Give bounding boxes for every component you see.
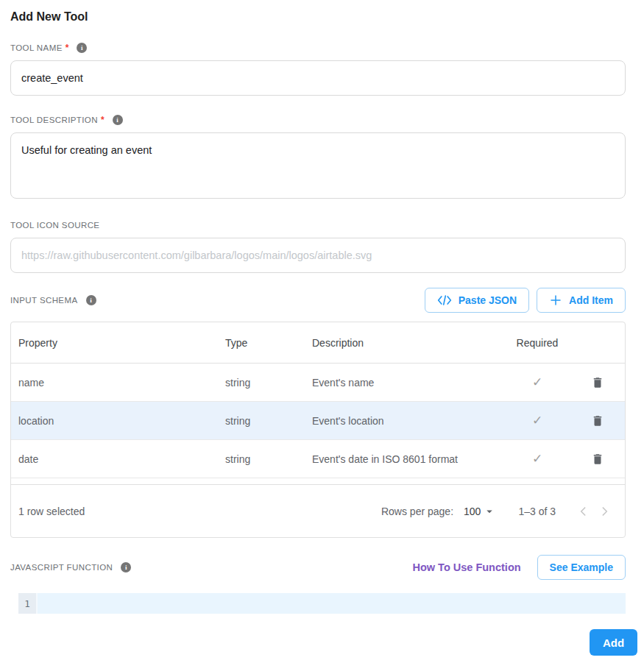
- editor-active-line[interactable]: [38, 593, 626, 614]
- add-item-button[interactable]: Add Item: [537, 288, 626, 313]
- how-to-use-function-link[interactable]: How To Use Function: [412, 561, 520, 573]
- info-icon[interactable]: i: [77, 43, 87, 53]
- info-icon[interactable]: i: [113, 115, 123, 125]
- table-scrollbar-track: [11, 478, 625, 485]
- cell-description: Event's date in ISO 8601 format: [312, 453, 504, 465]
- previous-page-button[interactable]: [573, 501, 594, 522]
- tool-name-label: TOOL NAME: [10, 43, 63, 52]
- input-schema-table: Property Type Description Required name …: [10, 322, 626, 538]
- tool-icon-source-input[interactable]: [10, 238, 626, 273]
- rows-per-page-select[interactable]: 100: [464, 505, 496, 518]
- paste-json-label: Paste JSON: [459, 294, 517, 306]
- required-asterisk: *: [101, 115, 105, 125]
- add-item-label: Add Item: [569, 294, 613, 306]
- delete-row-button[interactable]: [588, 373, 607, 392]
- add-new-tool-form: Add New Tool TOOL NAME * i TOOL DESCRIPT…: [0, 0, 644, 656]
- column-header-description: Description: [312, 337, 504, 349]
- table-row[interactable]: name string Event's name ✓: [11, 364, 625, 402]
- tool-description-label-row: TOOL DESCRIPTION * i: [10, 114, 626, 126]
- check-icon: ✓: [532, 375, 542, 390]
- table-row[interactable]: date string Event's date in ISO 8601 for…: [11, 440, 625, 478]
- caret-down-icon: [483, 505, 496, 518]
- info-icon[interactable]: i: [86, 295, 96, 305]
- cell-property: location: [11, 415, 225, 427]
- table-row[interactable]: location string Event's location ✓: [11, 402, 625, 440]
- trash-icon: [591, 414, 604, 428]
- page-title: Add New Tool: [10, 10, 626, 24]
- cell-type: string: [225, 415, 312, 427]
- cell-property: date: [11, 453, 225, 465]
- column-header-type: Type: [225, 337, 312, 349]
- plus-icon: [549, 294, 562, 307]
- rows-per-page-value: 100: [464, 506, 481, 517]
- check-icon: ✓: [532, 451, 542, 467]
- rows-selected-text: 1 row selected: [18, 506, 85, 517]
- column-header-required: Required: [517, 337, 559, 349]
- cell-type: string: [225, 377, 312, 389]
- javascript-function-editor[interactable]: 1: [18, 593, 626, 614]
- javascript-function-header: JAVASCRIPT FUNCTION i How To Use Functio…: [10, 555, 626, 580]
- javascript-function-label: JAVASCRIPT FUNCTION: [10, 563, 113, 572]
- next-page-button[interactable]: [594, 501, 615, 522]
- editor-line-number: 1: [18, 593, 38, 614]
- table-footer: 1 row selected Rows per page: 100 1–3 of…: [11, 485, 625, 537]
- trash-icon: [591, 453, 604, 466]
- delete-row-button[interactable]: [588, 450, 607, 469]
- tool-icon-source-label: TOOL ICON SOURCE: [10, 221, 99, 230]
- see-example-button[interactable]: See Example: [537, 555, 626, 580]
- cell-type: string: [225, 453, 312, 465]
- cell-description: Event's name: [312, 377, 504, 389]
- paste-json-button[interactable]: Paste JSON: [425, 288, 529, 313]
- see-example-label: See Example: [550, 561, 613, 573]
- pagination-range-text: 1–3 of 3: [518, 506, 556, 517]
- chevron-left-icon: [576, 504, 591, 519]
- cell-description: Event's location: [312, 415, 504, 427]
- info-icon[interactable]: i: [121, 562, 131, 572]
- trash-icon: [591, 376, 604, 389]
- required-asterisk: *: [66, 43, 69, 53]
- tool-description-input[interactable]: Useful for creating an event: [10, 132, 626, 199]
- tool-name-label-row: TOOL NAME * i: [10, 42, 626, 54]
- tool-description-label: TOOL DESCRIPTION: [10, 116, 98, 124]
- table-header-row: Property Type Description Required: [11, 322, 625, 364]
- tool-name-input[interactable]: [10, 60, 626, 96]
- check-icon: ✓: [532, 413, 542, 428]
- code-icon: [437, 294, 452, 306]
- column-header-property: Property: [11, 337, 225, 349]
- form-actions: Add: [10, 629, 637, 656]
- input-schema-header: INPUT SCHEMA i Paste JSON Add Item: [10, 288, 626, 313]
- chevron-right-icon: [597, 504, 612, 519]
- input-schema-label: INPUT SCHEMA: [10, 296, 78, 305]
- tool-icon-source-label-row: TOOL ICON SOURCE: [10, 219, 626, 231]
- delete-row-button[interactable]: [588, 411, 607, 430]
- cell-property: name: [11, 377, 225, 389]
- add-button[interactable]: Add: [590, 629, 637, 656]
- rows-per-page-label: Rows per page:: [381, 506, 453, 517]
